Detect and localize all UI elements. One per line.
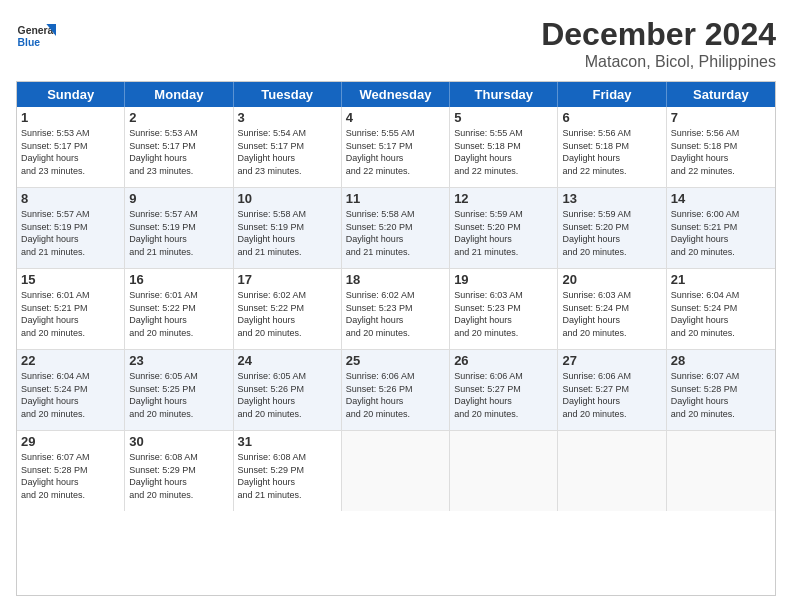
svg-text:Blue: Blue bbox=[18, 37, 41, 48]
calendar-header: SundayMondayTuesdayWednesdayThursdayFrid… bbox=[17, 82, 775, 107]
day-cell-14: 14Sunrise: 6:00 AMSunset: 5:21 PMDayligh… bbox=[667, 188, 775, 268]
day-info: Sunrise: 5:55 AMSunset: 5:18 PMDaylight … bbox=[454, 127, 553, 177]
day-cell-31: 31Sunrise: 6:08 AMSunset: 5:29 PMDayligh… bbox=[234, 431, 342, 511]
day-number: 21 bbox=[671, 272, 771, 287]
day-number: 13 bbox=[562, 191, 661, 206]
day-number: 3 bbox=[238, 110, 337, 125]
day-info: Sunrise: 6:07 AMSunset: 5:28 PMDaylight … bbox=[671, 370, 771, 420]
day-info: Sunrise: 6:06 AMSunset: 5:27 PMDaylight … bbox=[562, 370, 661, 420]
calendar-week-1: 1Sunrise: 5:53 AMSunset: 5:17 PMDaylight… bbox=[17, 107, 775, 188]
day-cell-1: 1Sunrise: 5:53 AMSunset: 5:17 PMDaylight… bbox=[17, 107, 125, 187]
day-info: Sunrise: 5:59 AMSunset: 5:20 PMDaylight … bbox=[562, 208, 661, 258]
day-info: Sunrise: 5:57 AMSunset: 5:19 PMDaylight … bbox=[129, 208, 228, 258]
day-cell-22: 22Sunrise: 6:04 AMSunset: 5:24 PMDayligh… bbox=[17, 350, 125, 430]
day-cell-7: 7Sunrise: 5:56 AMSunset: 5:18 PMDaylight… bbox=[667, 107, 775, 187]
day-number: 7 bbox=[671, 110, 771, 125]
day-info: Sunrise: 6:06 AMSunset: 5:27 PMDaylight … bbox=[454, 370, 553, 420]
day-cell-20: 20Sunrise: 6:03 AMSunset: 5:24 PMDayligh… bbox=[558, 269, 666, 349]
day-info: Sunrise: 6:04 AMSunset: 5:24 PMDaylight … bbox=[21, 370, 120, 420]
weekday-header-thursday: Thursday bbox=[450, 82, 558, 107]
day-cell-30: 30Sunrise: 6:08 AMSunset: 5:29 PMDayligh… bbox=[125, 431, 233, 511]
day-cell-18: 18Sunrise: 6:02 AMSunset: 5:23 PMDayligh… bbox=[342, 269, 450, 349]
day-number: 27 bbox=[562, 353, 661, 368]
day-cell-4: 4Sunrise: 5:55 AMSunset: 5:17 PMDaylight… bbox=[342, 107, 450, 187]
weekday-header-friday: Friday bbox=[558, 82, 666, 107]
day-cell-24: 24Sunrise: 6:05 AMSunset: 5:26 PMDayligh… bbox=[234, 350, 342, 430]
empty-cell bbox=[450, 431, 558, 511]
day-cell-21: 21Sunrise: 6:04 AMSunset: 5:24 PMDayligh… bbox=[667, 269, 775, 349]
day-cell-19: 19Sunrise: 6:03 AMSunset: 5:23 PMDayligh… bbox=[450, 269, 558, 349]
day-info: Sunrise: 6:03 AMSunset: 5:23 PMDaylight … bbox=[454, 289, 553, 339]
day-number: 29 bbox=[21, 434, 120, 449]
day-cell-2: 2Sunrise: 5:53 AMSunset: 5:17 PMDaylight… bbox=[125, 107, 233, 187]
day-cell-6: 6Sunrise: 5:56 AMSunset: 5:18 PMDaylight… bbox=[558, 107, 666, 187]
day-cell-27: 27Sunrise: 6:06 AMSunset: 5:27 PMDayligh… bbox=[558, 350, 666, 430]
day-number: 20 bbox=[562, 272, 661, 287]
day-cell-9: 9Sunrise: 5:57 AMSunset: 5:19 PMDaylight… bbox=[125, 188, 233, 268]
calendar-week-4: 22Sunrise: 6:04 AMSunset: 5:24 PMDayligh… bbox=[17, 350, 775, 431]
day-info: Sunrise: 5:56 AMSunset: 5:18 PMDaylight … bbox=[671, 127, 771, 177]
day-info: Sunrise: 6:01 AMSunset: 5:21 PMDaylight … bbox=[21, 289, 120, 339]
day-cell-3: 3Sunrise: 5:54 AMSunset: 5:17 PMDaylight… bbox=[234, 107, 342, 187]
weekday-header-wednesday: Wednesday bbox=[342, 82, 450, 107]
day-info: Sunrise: 5:53 AMSunset: 5:17 PMDaylight … bbox=[129, 127, 228, 177]
day-number: 2 bbox=[129, 110, 228, 125]
day-cell-5: 5Sunrise: 5:55 AMSunset: 5:18 PMDaylight… bbox=[450, 107, 558, 187]
day-number: 24 bbox=[238, 353, 337, 368]
day-info: Sunrise: 6:06 AMSunset: 5:26 PMDaylight … bbox=[346, 370, 445, 420]
day-info: Sunrise: 6:08 AMSunset: 5:29 PMDaylight … bbox=[238, 451, 337, 501]
day-number: 19 bbox=[454, 272, 553, 287]
calendar-title: December 2024 bbox=[541, 16, 776, 53]
day-info: Sunrise: 6:04 AMSunset: 5:24 PMDaylight … bbox=[671, 289, 771, 339]
calendar-body: 1Sunrise: 5:53 AMSunset: 5:17 PMDaylight… bbox=[17, 107, 775, 511]
day-cell-25: 25Sunrise: 6:06 AMSunset: 5:26 PMDayligh… bbox=[342, 350, 450, 430]
day-cell-13: 13Sunrise: 5:59 AMSunset: 5:20 PMDayligh… bbox=[558, 188, 666, 268]
calendar-week-3: 15Sunrise: 6:01 AMSunset: 5:21 PMDayligh… bbox=[17, 269, 775, 350]
day-info: Sunrise: 6:01 AMSunset: 5:22 PMDaylight … bbox=[129, 289, 228, 339]
day-number: 4 bbox=[346, 110, 445, 125]
day-number: 10 bbox=[238, 191, 337, 206]
day-info: Sunrise: 6:03 AMSunset: 5:24 PMDaylight … bbox=[562, 289, 661, 339]
day-cell-26: 26Sunrise: 6:06 AMSunset: 5:27 PMDayligh… bbox=[450, 350, 558, 430]
day-info: Sunrise: 6:02 AMSunset: 5:22 PMDaylight … bbox=[238, 289, 337, 339]
day-info: Sunrise: 5:55 AMSunset: 5:17 PMDaylight … bbox=[346, 127, 445, 177]
calendar: SundayMondayTuesdayWednesdayThursdayFrid… bbox=[16, 81, 776, 596]
day-info: Sunrise: 6:05 AMSunset: 5:25 PMDaylight … bbox=[129, 370, 228, 420]
day-number: 17 bbox=[238, 272, 337, 287]
day-number: 16 bbox=[129, 272, 228, 287]
header: General Blue December 2024 Matacon, Bico… bbox=[16, 16, 776, 71]
day-number: 9 bbox=[129, 191, 228, 206]
page: General Blue December 2024 Matacon, Bico… bbox=[0, 0, 792, 612]
day-info: Sunrise: 5:53 AMSunset: 5:17 PMDaylight … bbox=[21, 127, 120, 177]
day-number: 30 bbox=[129, 434, 228, 449]
day-number: 5 bbox=[454, 110, 553, 125]
day-info: Sunrise: 5:59 AMSunset: 5:20 PMDaylight … bbox=[454, 208, 553, 258]
day-info: Sunrise: 5:54 AMSunset: 5:17 PMDaylight … bbox=[238, 127, 337, 177]
day-info: Sunrise: 5:58 AMSunset: 5:19 PMDaylight … bbox=[238, 208, 337, 258]
weekday-header-sunday: Sunday bbox=[17, 82, 125, 107]
day-number: 11 bbox=[346, 191, 445, 206]
day-info: Sunrise: 6:02 AMSunset: 5:23 PMDaylight … bbox=[346, 289, 445, 339]
calendar-week-5: 29Sunrise: 6:07 AMSunset: 5:28 PMDayligh… bbox=[17, 431, 775, 511]
day-number: 31 bbox=[238, 434, 337, 449]
day-info: Sunrise: 6:07 AMSunset: 5:28 PMDaylight … bbox=[21, 451, 120, 501]
logo: General Blue bbox=[16, 16, 60, 56]
day-cell-16: 16Sunrise: 6:01 AMSunset: 5:22 PMDayligh… bbox=[125, 269, 233, 349]
weekday-header-tuesday: Tuesday bbox=[234, 82, 342, 107]
day-cell-23: 23Sunrise: 6:05 AMSunset: 5:25 PMDayligh… bbox=[125, 350, 233, 430]
day-number: 6 bbox=[562, 110, 661, 125]
day-info: Sunrise: 5:58 AMSunset: 5:20 PMDaylight … bbox=[346, 208, 445, 258]
day-cell-8: 8Sunrise: 5:57 AMSunset: 5:19 PMDaylight… bbox=[17, 188, 125, 268]
day-number: 15 bbox=[21, 272, 120, 287]
empty-cell bbox=[342, 431, 450, 511]
day-number: 28 bbox=[671, 353, 771, 368]
weekday-header-monday: Monday bbox=[125, 82, 233, 107]
day-info: Sunrise: 5:56 AMSunset: 5:18 PMDaylight … bbox=[562, 127, 661, 177]
day-number: 26 bbox=[454, 353, 553, 368]
empty-cell bbox=[667, 431, 775, 511]
day-info: Sunrise: 6:08 AMSunset: 5:29 PMDaylight … bbox=[129, 451, 228, 501]
title-section: December 2024 Matacon, Bicol, Philippine… bbox=[541, 16, 776, 71]
day-number: 25 bbox=[346, 353, 445, 368]
empty-cell bbox=[558, 431, 666, 511]
day-number: 18 bbox=[346, 272, 445, 287]
